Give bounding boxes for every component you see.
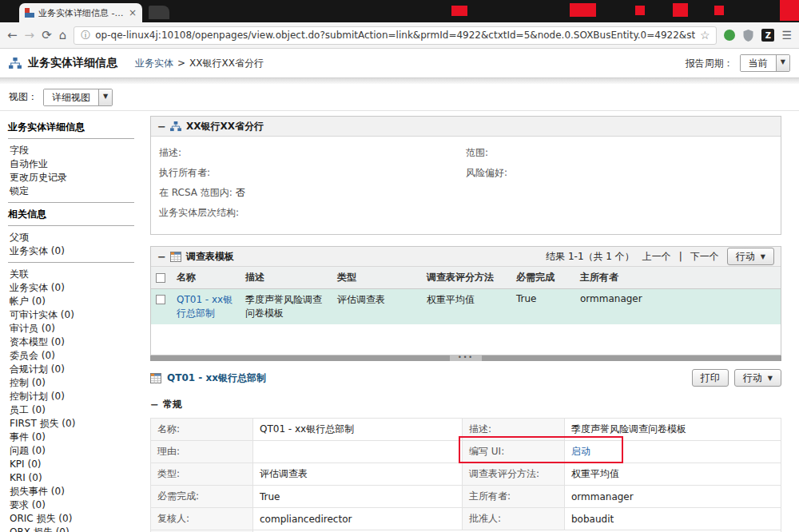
forward-icon[interactable]: → [25, 30, 35, 42]
sidebar-item[interactable]: 合规计划 (0) [8, 363, 137, 376]
row-checkbox[interactable] [156, 295, 165, 304]
page-title: 业务实体详细信息 [28, 56, 117, 70]
chevron-down-icon[interactable]: ▼ [98, 89, 112, 105]
column-header[interactable]: 类型 [332, 267, 422, 289]
sidebar-item[interactable]: 委员会 (0) [8, 349, 137, 363]
detail-value: compliancedirector [253, 508, 463, 530]
report-period-select[interactable]: 当前 ▼ [740, 54, 790, 72]
sidebar-item-history[interactable]: 更改历史记录 [8, 171, 137, 185]
extension-green-icon[interactable] [724, 30, 735, 41]
questionnaire-template-icon [150, 373, 161, 383]
tab-close-icon[interactable]: × [129, 8, 137, 18]
red-marker [673, 3, 688, 17]
detail-table: 名称: QT01 - xx银行总部制 描述: 季度声誉风险调查问卷模板 理由: … [150, 418, 781, 532]
column-header[interactable]: 名称 [172, 267, 240, 289]
address-bar[interactable]: ⓘ op-qe-linux4j:10108/openpages/view.obj… [74, 26, 717, 45]
detail-label: 编写 UI: [463, 441, 565, 463]
field-label: 业务实体层次结构: [159, 207, 239, 218]
url-text[interactable]: op-qe-linux4j:10108/openpages/view.objec… [95, 30, 695, 41]
tab-title: 业务实体详细信息 - IBM [38, 7, 125, 19]
next-link[interactable]: 下一个 [690, 250, 719, 264]
sidebar-item-lock[interactable]: 锁定 [8, 185, 137, 198]
detail-panel-header: QT01 - xx银行总部制 打印 行动 ▼ [150, 369, 781, 387]
pager-separator: | [679, 251, 682, 262]
detail-label: 必需完成: [151, 486, 253, 508]
sidebar-item[interactable]: 员工 (0) [8, 403, 137, 417]
sidebar-item[interactable]: KPI (0) [8, 458, 137, 471]
print-button[interactable]: 打印 [692, 369, 729, 387]
sidebar-item[interactable]: 审计员 (0) [8, 322, 137, 335]
sidebar-item[interactable]: 控制计划 (0) [8, 390, 137, 403]
detail-label: 名称: [151, 419, 253, 441]
cell-description: 季度声誉风险调查问卷模板 [240, 289, 332, 325]
column-header[interactable]: 主所有者 [575, 267, 781, 289]
detail-row: 名称: QT01 - xx银行总部制 描述: 季度声誉风险调查问卷模板 [151, 419, 781, 441]
sidebar-section-title: 相关信息 [8, 208, 137, 221]
prev-link[interactable]: 上一个 [642, 250, 671, 264]
detail-row: 理由: 编写 UI: 启动 [151, 441, 781, 463]
sidebar-item[interactable]: 事件 (0) [8, 431, 137, 444]
select-all-checkbox[interactable] [156, 273, 165, 283]
sidebar-item[interactable]: ORIC 损失 (0) [8, 512, 137, 526]
entity-panel-header: − XX银行XX省分行 [151, 117, 781, 137]
sidebar-item[interactable]: 业务实体 (0) [8, 244, 137, 258]
page-info-icon[interactable]: ⓘ [81, 29, 90, 42]
sidebar-item-autojobs[interactable]: 自动作业 [8, 157, 137, 171]
breadcrumb-separator: > [177, 58, 185, 69]
table-row[interactable]: QT01 - xx银行总部制 季度声誉风险调查问卷模板 评估调查表 权重平均值 … [151, 289, 781, 325]
collapse-icon[interactable]: − [150, 399, 158, 410]
breadcrumb-link[interactable]: 业务实体 [135, 57, 173, 70]
sidebar-parent-label: 父项 [8, 231, 137, 244]
splitter-handle-icon[interactable]: ••• [450, 355, 482, 361]
sidebar-item[interactable]: 帐户 (0) [8, 295, 137, 308]
sidebar-item[interactable]: 问题 (0) [8, 444, 137, 458]
back-icon[interactable]: ← [7, 30, 18, 42]
breadcrumb: 业务实体 > XX银行XX省分行 [135, 57, 264, 70]
collapse-icon[interactable]: − [157, 252, 165, 262]
print-button-label: 打印 [701, 371, 720, 385]
launch-authoring-ui-link[interactable]: 启动 [571, 446, 590, 457]
chevron-down-icon: ▼ [768, 375, 773, 382]
sidebar-item[interactable]: 业务实体 (0) [8, 281, 137, 295]
actions-button[interactable]: 行动 ▼ [734, 369, 781, 387]
detail-value: bobaudit [565, 508, 781, 530]
column-header[interactable]: 调查表评分方法 [422, 267, 511, 289]
sidebar-item[interactable]: 要求 (0) [8, 498, 137, 512]
sidebar-item[interactable]: 可审计实体 (0) [8, 308, 137, 322]
tab-favicon-icon [25, 8, 34, 18]
cell-type: 评估调查表 [332, 289, 422, 325]
browser-menu-icon[interactable]: ☰ [781, 29, 792, 42]
sidebar-item[interactable]: KRI (0) [8, 471, 137, 485]
browser-tab[interactable]: 业务实体详细信息 - IBM × [19, 3, 142, 22]
new-tab-button[interactable] [149, 6, 169, 19]
home-icon[interactable]: ⌂ [59, 30, 67, 42]
collapse-icon[interactable]: − [157, 121, 165, 132]
field-label: 执行所有者: [159, 167, 210, 178]
detail-row: 类型: 评估调查表 调查表评分方法: 权重平均值 [151, 463, 781, 486]
template-name-link[interactable]: QT01 - xx银行总部制 [177, 294, 233, 319]
detail-label: 主所有者: [463, 486, 565, 508]
general-section-header[interactable]: − 常规 [150, 398, 781, 411]
entity-panel-title: XX银行XX省分行 [186, 120, 264, 133]
template-panel-title: 调查表模板 [186, 250, 234, 264]
reload-icon[interactable]: ⟳ [42, 30, 52, 42]
shield-icon[interactable] [742, 29, 754, 42]
sidebar-item[interactable]: 资本模型 (0) [8, 335, 137, 349]
bookmark-star-icon[interactable]: ☆ [700, 29, 710, 42]
actions-button[interactable]: 行动 ▼ [727, 248, 774, 265]
view-select[interactable]: 详细视图 ▼ [43, 89, 113, 106]
sidebar-item[interactable]: 控制 (0) [8, 376, 137, 390]
detail-label: 批准人: [463, 508, 565, 530]
column-header[interactable]: 描述 [240, 267, 332, 289]
column-header[interactable]: 必需完成 [511, 267, 575, 289]
pane-splitter[interactable]: ••• [150, 355, 781, 361]
extension-z-icon[interactable]: Z [761, 29, 774, 42]
sidebar-item[interactable]: ORX 损失 (0) [8, 526, 137, 532]
browser-toolbar: ← → ⟳ ⌂ ⓘ op-qe-linux4j:10108/openpages/… [0, 22, 799, 49]
sidebar-item[interactable]: FIRST 损失 (0) [8, 417, 137, 431]
sidebar-item[interactable]: 损失事件 (0) [8, 485, 137, 498]
chevron-down-icon[interactable]: ▼ [776, 55, 789, 71]
field-label: 风险偏好: [466, 167, 507, 178]
sidebar-section-title: 业务实体详细信息 [8, 121, 137, 134]
sidebar-item-fields[interactable]: 字段 [8, 144, 137, 157]
